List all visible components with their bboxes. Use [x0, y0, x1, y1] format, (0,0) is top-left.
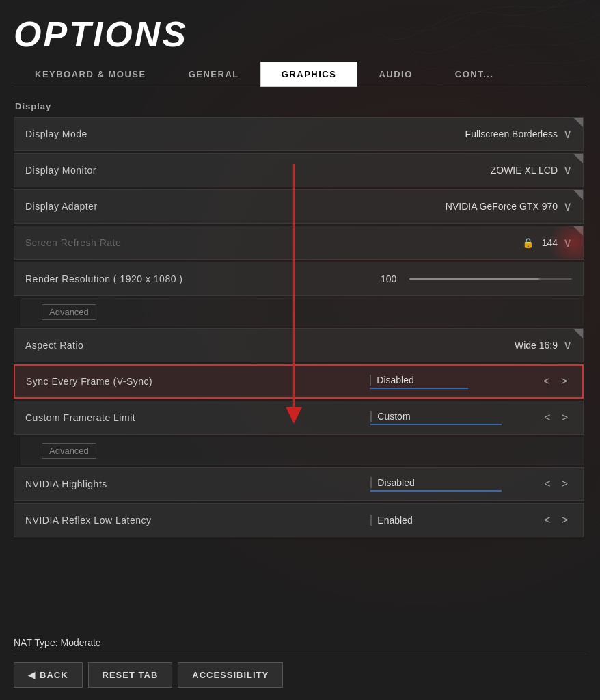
highlights-prev-btn[interactable]: < [540, 476, 554, 492]
tab-controller[interactable]: CONT... [434, 62, 515, 87]
setting-render-resolution[interactable]: Render Resolution ( 1920 x 1080 ) 100 [14, 262, 584, 296]
highlights-arrow-controls[interactable]: < > [540, 476, 572, 492]
framerate-limit-label: Custom Framerate Limit [25, 412, 367, 423]
highlights-value-container: Disabled [370, 477, 534, 492]
corner-decoration [573, 329, 583, 338]
setting-nvidia-reflex[interactable]: NVIDIA Reflex Low Latency Enabled < > [14, 503, 584, 537]
setting-display-monitor[interactable]: Display Monitor ZOWIE XL LCD ∨ [14, 153, 584, 187]
vsync-arrow-controls[interactable]: < > [539, 374, 571, 389]
nav-tabs: KEYBOARD & MOUSE GENERAL GRAPHICS AUDIO … [14, 62, 586, 88]
advanced-row-render: Advanced [21, 298, 584, 326]
setting-refresh-rate: Screen Refresh Rate 🔒 144 ∨ [14, 226, 584, 260]
display-monitor-text: ZOWIE XL LCD [491, 165, 558, 176]
refresh-rate-label: Screen Refresh Rate [25, 237, 367, 248]
advanced-button-framerate[interactable]: Advanced [42, 443, 96, 459]
dropdown-arrow-icon: ∨ [563, 199, 572, 214]
reflex-next-btn[interactable]: > [558, 513, 572, 528]
back-icon: ◀ [28, 670, 36, 680]
settings-list: Display Mode Fullscreen Borderless ∨ Dis… [14, 117, 586, 629]
nvidia-highlights-label: NVIDIA Highlights [25, 479, 367, 489]
accessibility-label: Accessibility [192, 670, 269, 680]
nvidia-reflex-value[interactable]: Enabled < > [367, 513, 572, 528]
dropdown-arrow-icon: ∨ [563, 126, 572, 142]
highlights-progress-bar [370, 490, 502, 492]
vsync-value-container: Disabled [370, 375, 534, 389]
display-monitor-value[interactable]: ZOWIE XL LCD ∨ [367, 163, 572, 178]
framerate-prev-btn[interactable]: < [540, 410, 554, 425]
display-monitor-label: Display Monitor [25, 165, 367, 176]
reflex-text: Enabled [377, 515, 412, 526]
display-adapter-value[interactable]: NVIDIA GeForce GTX 970 ∨ [367, 199, 572, 214]
reset-tab-label: Reset Tab [103, 670, 159, 680]
setting-vsync[interactable]: Sync Every Frame (V-Sync) Disabled < > [14, 364, 584, 399]
corner-decoration [573, 154, 583, 163]
nvidia-reflex-label: NVIDIA Reflex Low Latency [25, 515, 367, 526]
slider-track[interactable] [409, 278, 572, 280]
aspect-ratio-value[interactable]: Wide 16:9 ∨ [367, 338, 572, 353]
corner-decoration [573, 226, 583, 236]
setting-display-mode[interactable]: Display Mode Fullscreen Borderless ∨ [14, 117, 584, 151]
framerate-limit-value[interactable]: Custom < > [367, 410, 572, 425]
setting-aspect-ratio[interactable]: Aspect Ratio Wide 16:9 ∨ [14, 328, 584, 362]
highlights-next-btn[interactable]: > [558, 476, 572, 492]
display-mode-text: Fullscreen Borderless [465, 129, 558, 139]
framerate-arrow-controls[interactable]: < > [540, 410, 572, 425]
reflex-prev-btn[interactable]: < [540, 513, 554, 528]
framerate-next-btn[interactable]: > [558, 410, 572, 425]
advanced-row-framerate: Advanced [21, 437, 584, 465]
highlights-text: Disabled [377, 477, 414, 488]
tab-keyboard[interactable]: KEYBOARD & MOUSE [14, 62, 167, 87]
reset-tab-button[interactable]: Reset Tab [88, 662, 173, 688]
tab-audio[interactable]: AUDIO [357, 62, 433, 87]
nat-type: NAT Type: Moderate [14, 629, 586, 654]
corner-decoration [573, 190, 583, 200]
aspect-ratio-label: Aspect Ratio [25, 340, 367, 351]
setting-framerate-limit[interactable]: Custom Framerate Limit Custom < > [14, 401, 584, 435]
vsync-next-btn[interactable]: > [557, 374, 571, 389]
setting-nvidia-highlights[interactable]: NVIDIA Highlights Disabled < > [14, 467, 584, 501]
back-button[interactable]: ◀ Back [14, 662, 83, 688]
corner-decoration [573, 118, 583, 127]
advanced-button[interactable]: Advanced [42, 304, 96, 320]
framerate-value-container: Custom [370, 411, 534, 425]
render-resolution-label: Render Resolution ( 1920 x 1080 ) [25, 273, 367, 284]
reflex-arrow-controls[interactable]: < > [540, 513, 572, 528]
vsync-value[interactable]: Disabled < > [366, 374, 571, 389]
display-adapter-label: Display Adapter [25, 201, 367, 212]
framerate-progress-bar [370, 424, 502, 425]
render-resolution-value[interactable]: 100 [367, 273, 572, 284]
page-title: OPTIONS [14, 14, 586, 55]
nvidia-highlights-value[interactable]: Disabled < > [367, 476, 572, 492]
vsync-prev-btn[interactable]: < [539, 374, 554, 389]
bottom-bar: ◀ Back Reset Tab Accessibility [14, 654, 586, 693]
back-label: Back [40, 670, 68, 680]
display-adapter-text: NVIDIA GeForce GTX 970 [446, 201, 558, 212]
refresh-rate-value: 🔒 144 ∨ [367, 235, 572, 250]
display-mode-label: Display Mode [25, 129, 367, 139]
vsync-progress-bar [370, 388, 468, 389]
tab-graphics[interactable]: GRAPHICS [260, 62, 358, 87]
section-display-label: Display [14, 101, 586, 111]
reflex-value-container: Enabled [370, 515, 534, 526]
tab-general[interactable]: GENERAL [167, 62, 260, 87]
aspect-ratio-text: Wide 16:9 [515, 340, 558, 351]
vsync-text: Disabled [377, 375, 413, 386]
dropdown-arrow-icon: ∨ [563, 235, 572, 250]
slider-container[interactable]: 100 [381, 273, 572, 284]
refresh-rate-text: 144 [542, 237, 558, 248]
accessibility-button[interactable]: Accessibility [178, 662, 283, 688]
lock-icon: 🔒 [522, 237, 534, 248]
dropdown-arrow-icon: ∨ [563, 163, 572, 178]
settings-area: Display Display Mode Fullscreen Borderle… [14, 101, 586, 629]
slider-value-text: 100 [381, 273, 401, 284]
slider-fill [409, 278, 539, 280]
display-mode-value[interactable]: Fullscreen Borderless ∨ [367, 126, 572, 142]
vsync-label: Sync Every Frame (V-Sync) [26, 376, 366, 387]
setting-display-adapter[interactable]: Display Adapter NVIDIA GeForce GTX 970 ∨ [14, 189, 584, 224]
dropdown-arrow-icon: ∨ [563, 338, 572, 353]
framerate-text: Custom [377, 411, 410, 422]
